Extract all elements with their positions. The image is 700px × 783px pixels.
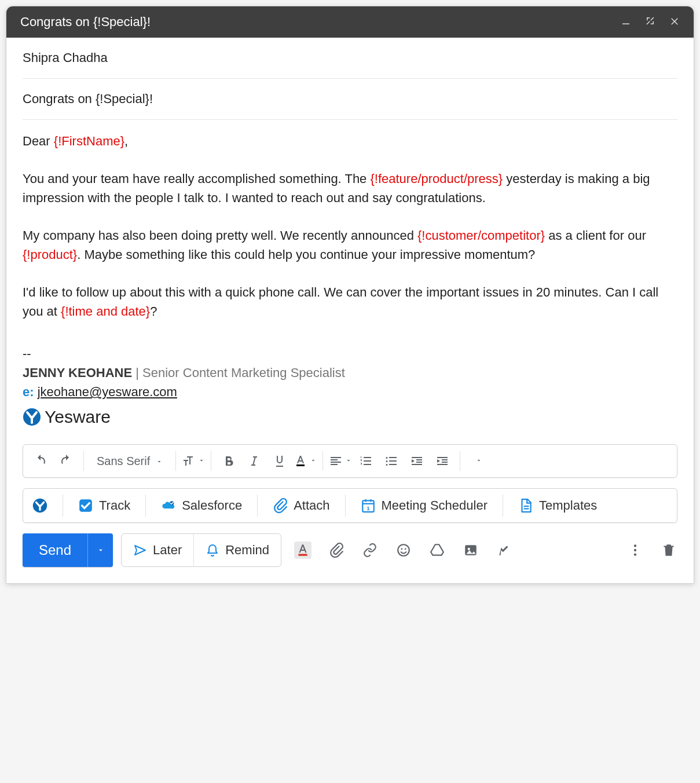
signature-name: JENNY KEOHANE [23,365,132,380]
svg-rect-15 [298,554,307,556]
yesware-toolbar: Track Salesforce Attach 1 Meeting Schedu… [23,488,677,523]
signature-separator: -- [23,344,677,363]
more-formatting-button[interactable] [466,449,489,473]
schedule-group: Later Remind [121,533,281,567]
salesforce-button[interactable]: Salesforce [155,496,248,515]
templates-button[interactable]: Templates [512,496,603,515]
compose-window: Congrats on {!Special}! Shipra Chadha Co… [6,6,694,584]
expand-icon[interactable] [645,16,655,28]
toolbars: Sans Serif [6,444,694,583]
header-fields: Shipra Chadha Congrats on {!Special}! [6,38,694,120]
greeting-line: Dear {!FirstName}, [23,131,677,151]
titlebar: Congrats on {!Special}! [6,6,694,38]
signature-email[interactable]: jkeohane@yesware.com [38,385,177,399]
body-paragraph-1: You and your team have really accomplish… [23,169,677,207]
svg-point-16 [398,544,409,556]
send-options-dropdown[interactable] [87,533,113,567]
caret-down-icon [97,546,105,554]
signature-email-line: e: jkeohane@yesware.com [23,382,677,401]
remind-button[interactable]: Remind [193,534,281,566]
action-row: Send Later Remind [23,533,677,567]
attach-button[interactable]: Attach [267,496,335,515]
yesware-brand-button[interactable] [31,496,53,515]
yesware-logo-icon [23,408,41,426]
to-field[interactable]: Shipra Chadha [23,38,677,79]
signature-email-label: e: [23,385,38,399]
confidential-mode-button[interactable] [496,541,513,559]
svg-point-23 [634,553,636,555]
checkbox-checked-icon [78,498,93,513]
svg-point-22 [634,549,636,551]
send-button[interactable]: Send [23,533,87,567]
caret-down-icon [156,455,163,468]
indent-decrease-button[interactable] [405,449,428,473]
signature-title: Senior Content Marketing Specialist [142,365,345,380]
caret-down-icon [198,456,205,466]
discard-draft-button[interactable] [660,541,677,559]
svg-point-20 [468,548,470,550]
yesware-logo-icon [32,498,47,513]
caret-down-icon [345,456,352,466]
bottom-icon-row [294,541,677,559]
signature-brand: Yesware [45,404,111,430]
italic-button[interactable] [243,449,266,473]
svg-point-21 [634,544,636,547]
calendar-icon: 1 [361,498,376,513]
salesforce-cloud-icon [161,498,176,513]
caret-down-icon [475,456,482,466]
more-options-button[interactable] [626,541,644,559]
bell-icon [206,543,219,557]
signature-logo: Yesware [23,404,677,430]
redo-button[interactable] [54,449,78,473]
insert-drive-button[interactable] [428,541,446,559]
send-later-button[interactable]: Later [122,534,193,566]
body-paragraph-3: I'd like to follow up about this with a … [23,283,677,321]
attach-file-button[interactable] [328,541,345,559]
titlebar-controls [621,16,680,28]
compose-title: Congrats on {!Special}! [20,14,151,30]
bulleted-list-button[interactable] [380,449,403,473]
subject-field[interactable]: Congrats on {!Special}! [23,79,677,120]
text-format-toggle[interactable] [294,541,311,559]
text-color-button[interactable] [294,449,317,473]
placeholder-customer: {!customer/competitor} [417,228,545,243]
message-body[interactable]: Dear {!FirstName}, You and your team hav… [6,120,694,444]
indent-increase-button[interactable] [431,449,454,473]
placeholder-time: {!time and date} [61,304,150,319]
insert-emoji-button[interactable] [395,541,412,559]
underline-button[interactable] [268,449,291,473]
document-icon [518,498,533,513]
svg-rect-0 [622,24,629,25]
placeholder-feature: {!feature/product/press} [370,171,503,186]
track-toggle[interactable]: Track [72,496,136,515]
placeholder-firstname: {!FirstName} [54,134,124,148]
send-icon [133,543,147,557]
svg-text:1: 1 [367,505,370,511]
paperclip-icon [273,498,288,513]
meeting-scheduler-button[interactable]: 1 Meeting Scheduler [355,496,493,515]
insert-link-button[interactable] [361,541,379,559]
signature-line: JENNY KEOHANE | Senior Content Marketing… [23,363,677,382]
placeholder-product: {!product} [23,247,77,262]
align-button[interactable] [329,449,352,473]
close-icon[interactable] [669,16,680,28]
minimize-icon[interactable] [621,16,631,28]
formatting-toolbar: Sans Serif [23,444,677,478]
body-paragraph-2: My company has also been doing pretty we… [23,226,677,264]
bold-button[interactable] [217,449,240,473]
svg-point-18 [405,548,406,550]
send-button-group: Send [23,533,113,567]
svg-point-17 [401,548,402,550]
numbered-list-button[interactable] [354,449,378,473]
insert-photo-button[interactable] [462,541,479,559]
font-family-picker[interactable]: Sans Serif [90,455,170,468]
undo-button[interactable] [29,449,52,473]
caret-down-icon [310,456,317,466]
svg-rect-3 [296,464,305,466]
font-size-button[interactable] [182,449,205,473]
